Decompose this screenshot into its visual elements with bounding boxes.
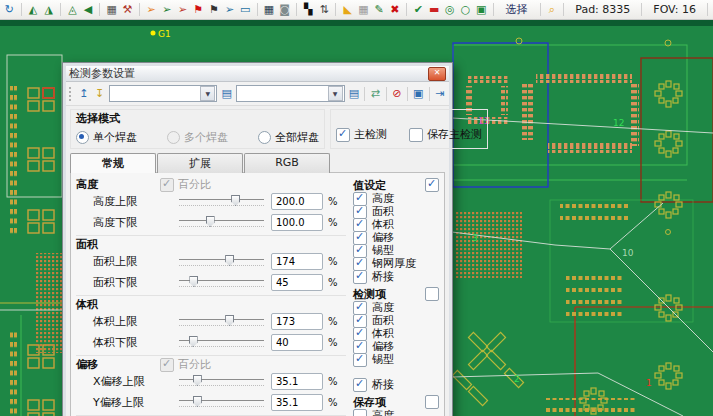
ruler-icon[interactable]: ◣ <box>340 2 355 17</box>
section-checkbox[interactable] <box>425 287 439 301</box>
program-combobox-2[interactable]: ▼ <box>236 85 345 102</box>
checkbox-icon[interactable] <box>353 409 367 416</box>
check-item[interactable]: 高度 <box>353 301 439 314</box>
delete-icon[interactable]: ✖ <box>387 2 402 17</box>
check-item[interactable]: 偏移 <box>353 340 439 353</box>
pin-dark-icon[interactable]: ⚑ <box>207 2 222 17</box>
slider-thumb[interactable] <box>225 255 234 266</box>
green-flag-icon-1[interactable]: ◭ <box>26 2 41 17</box>
value-input[interactable] <box>271 274 323 291</box>
prism-icon[interactable]: ◬ <box>65 2 80 17</box>
stop-icon[interactable]: ▬ <box>427 2 442 17</box>
dart-red-icon[interactable]: ➢ <box>175 2 190 17</box>
slider-thumb[interactable] <box>225 315 234 326</box>
program-combobox-1[interactable]: ▼ <box>109 85 218 102</box>
chevron-down-icon[interactable]: ▼ <box>200 86 215 101</box>
check-item[interactable]: 面积 <box>353 205 439 218</box>
value-input[interactable] <box>271 334 323 351</box>
checkbox-icon[interactable] <box>336 128 350 142</box>
save-main-detect-checkbox[interactable]: 保存主检测 <box>409 127 482 142</box>
tab-general[interactable]: 常规 <box>70 153 156 173</box>
load-file-icon[interactable]: ↥ <box>77 86 90 102</box>
green-flag-icon-2[interactable]: ◮ <box>41 2 56 17</box>
value-input[interactable] <box>271 193 323 210</box>
check-item[interactable]: 体积 <box>353 218 439 231</box>
swap-icon[interactable]: ⇄ <box>369 86 382 102</box>
dart-green-icon[interactable]: ➢ <box>160 2 175 17</box>
circle-icon[interactable]: ○ <box>458 2 473 17</box>
dart-orange-icon[interactable]: ➢ <box>144 2 159 17</box>
slider-thumb[interactable] <box>206 216 215 227</box>
check-item[interactable]: 体积 <box>353 327 439 340</box>
main-detect-checkbox[interactable]: 主检测 <box>336 127 387 142</box>
close-button[interactable]: ✕ <box>428 67 446 81</box>
tab-extended[interactable]: 扩展 <box>157 153 243 173</box>
rect-blue-icon[interactable]: ▭ <box>238 2 253 17</box>
check-item[interactable]: 偏移 <box>353 231 439 244</box>
value-input[interactable] <box>271 253 323 270</box>
height-upper-slider[interactable] <box>179 195 264 208</box>
toolbar-grip[interactable] <box>69 87 72 101</box>
sort-icon[interactable]: ⇅ <box>317 2 332 17</box>
check-item[interactable]: 面积 <box>353 314 439 327</box>
chevron-down-icon[interactable]: ▼ <box>328 86 343 101</box>
area-lower-slider[interactable] <box>179 276 264 289</box>
area-upper-slider[interactable] <box>179 255 264 268</box>
radio-single-pad[interactable]: 单个焊盘 <box>76 130 137 145</box>
apply-left-icon[interactable]: ▤ <box>220 86 233 102</box>
camera-icon[interactable]: ◙ <box>277 2 292 17</box>
volume-upper-slider[interactable] <box>179 315 264 328</box>
select-mode-button[interactable]: 选择 <box>498 2 536 17</box>
value-input[interactable] <box>271 373 323 390</box>
radio-multi-pad[interactable]: 多个焊盘 <box>167 130 228 145</box>
block-icon[interactable]: ⊘ <box>391 86 404 102</box>
check-item[interactable]: 高度 <box>353 409 439 416</box>
add-file-icon[interactable]: ↧ <box>93 86 106 102</box>
image-icon[interactable]: ▦ <box>104 2 119 17</box>
volume-lower-slider[interactable] <box>179 336 264 349</box>
dialog-titlebar[interactable]: 检测参数设置 ✕ <box>66 66 449 82</box>
draw-icon[interactable]: ✎ <box>372 2 387 17</box>
grid-icon[interactable]: ▦ <box>262 2 277 17</box>
x-offset-slider[interactable] <box>179 375 264 388</box>
radio-all-pads[interactable]: 全部焊盘 <box>258 130 319 145</box>
tools-icon[interactable]: ⚒ <box>120 2 135 17</box>
section-checkbox[interactable] <box>425 395 439 409</box>
check-item[interactable]: 桥接 <box>353 378 439 391</box>
check-item[interactable]: 桥接 <box>353 270 439 283</box>
save-icon[interactable]: ▣ <box>412 86 425 102</box>
radio-icon[interactable] <box>76 131 89 144</box>
pin-red-icon[interactable]: ⚑ <box>191 2 206 17</box>
checkbox-icon[interactable] <box>353 270 367 284</box>
height-lower-slider[interactable] <box>179 216 264 229</box>
value-input[interactable] <box>271 313 323 330</box>
slider-thumb[interactable] <box>189 336 198 347</box>
slider-thumb[interactable] <box>231 195 240 206</box>
value-input[interactable] <box>271 214 323 231</box>
tab-rgb[interactable]: RGB <box>244 153 330 173</box>
checkbox-icon[interactable] <box>409 128 423 142</box>
refresh-icon[interactable]: ↻ <box>2 2 17 17</box>
section-checkbox[interactable] <box>425 178 439 192</box>
checkbox-icon[interactable] <box>353 353 367 367</box>
slider-thumb[interactable] <box>193 396 202 407</box>
magnifier-icon[interactable]: ⌕ <box>545 2 560 17</box>
confirm-icon[interactable]: ✔ <box>411 2 426 17</box>
exit-icon[interactable]: ⇥ <box>433 86 446 102</box>
target-icon[interactable]: ◎ <box>443 2 458 17</box>
slider-thumb[interactable] <box>193 375 202 386</box>
mesh-icon[interactable]: ▦ <box>356 2 371 17</box>
tiles-icon[interactable]: ▚ <box>301 2 316 17</box>
apply-right-icon[interactable]: ▤ <box>348 86 361 102</box>
megaphone-icon[interactable]: ◀ <box>81 2 96 17</box>
check-item[interactable]: 钢网厚度 <box>353 257 439 270</box>
check-item[interactable]: 锡型 <box>353 353 439 366</box>
y-offset-slider[interactable] <box>179 396 264 409</box>
slider-thumb[interactable] <box>189 276 198 287</box>
frame-icon[interactable]: ▣ <box>474 2 489 17</box>
dart-blue-icon[interactable]: ➢ <box>222 2 237 17</box>
radio-icon[interactable] <box>258 131 271 144</box>
checkbox-icon[interactable] <box>353 378 367 392</box>
value-input[interactable] <box>271 394 323 411</box>
check-item[interactable]: 高度 <box>353 192 439 205</box>
